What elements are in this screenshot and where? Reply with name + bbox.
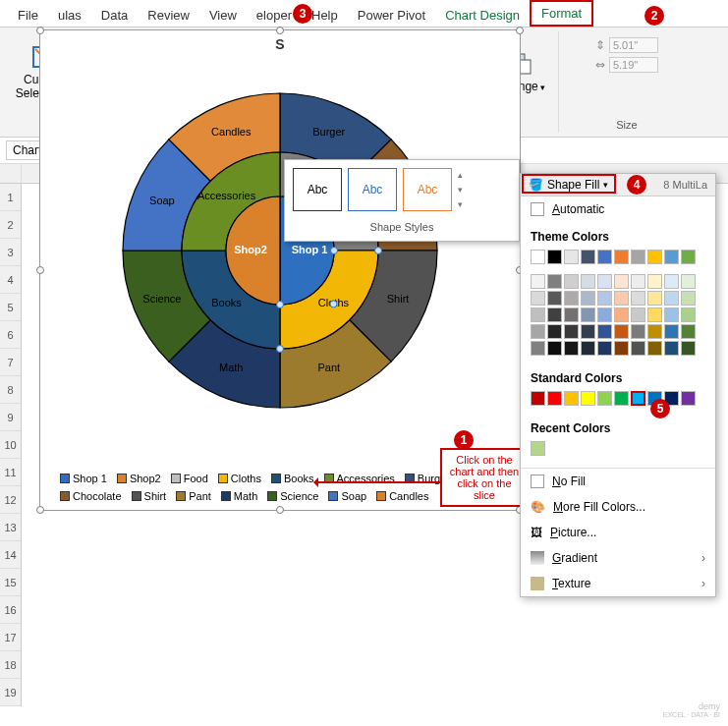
color-swatch[interactable] (681, 341, 696, 356)
color-swatch[interactable] (564, 274, 579, 289)
color-swatch[interactable] (531, 441, 545, 456)
tab-chart-design[interactable]: Chart Design (435, 4, 530, 27)
legend-item[interactable]: Books (271, 473, 314, 484)
row-header[interactable]: 11 (0, 459, 21, 486)
color-swatch[interactable] (581, 324, 595, 339)
row-header[interactable]: 13 (0, 514, 21, 541)
row-header[interactable]: 2 (0, 211, 21, 239)
row-header[interactable]: 1 (0, 184, 21, 211)
color-swatch[interactable] (664, 324, 679, 339)
color-swatch[interactable] (681, 250, 696, 264)
color-swatch[interactable] (531, 291, 545, 306)
color-swatch[interactable] (631, 307, 645, 322)
row-header[interactable]: 18 (0, 651, 21, 679)
color-swatch[interactable] (581, 341, 595, 356)
row-header[interactable]: 9 (0, 404, 21, 431)
tab-file[interactable]: File (8, 4, 48, 27)
row-header[interactable]: 14 (0, 541, 21, 569)
color-swatch[interactable] (564, 324, 579, 339)
no-fill-item[interactable]: No Fill (521, 469, 715, 494)
color-swatch[interactable] (647, 274, 662, 289)
row-header[interactable]: 10 (0, 431, 21, 459)
color-swatch[interactable] (614, 250, 629, 264)
color-swatch[interactable] (664, 291, 679, 306)
legend-item[interactable]: Soap (328, 490, 366, 502)
row-header[interactable]: 15 (0, 569, 21, 596)
style-preset[interactable]: Abc (293, 168, 342, 211)
color-swatch[interactable] (664, 307, 679, 322)
legend-item[interactable]: Cloths (218, 473, 261, 484)
color-swatch[interactable] (547, 391, 562, 406)
style-preset[interactable]: Abc (403, 168, 452, 211)
tab-formulas[interactable]: ulas (48, 4, 91, 27)
legend-item[interactable]: Shop2 (117, 473, 161, 484)
color-swatch[interactable] (647, 324, 662, 339)
legend-item[interactable]: Pant (176, 490, 211, 502)
chart-title[interactable]: S (40, 36, 520, 52)
color-swatch[interactable] (647, 291, 662, 306)
color-swatch[interactable] (614, 391, 629, 406)
color-swatch[interactable] (681, 391, 696, 406)
texture-item[interactable]: Texture (521, 571, 715, 596)
color-swatch[interactable] (564, 391, 579, 406)
color-swatch[interactable] (564, 341, 579, 356)
color-swatch[interactable] (547, 324, 562, 339)
color-swatch[interactable] (531, 250, 545, 264)
tab-view[interactable]: View (199, 4, 247, 27)
row-header[interactable]: 19 (0, 679, 21, 706)
color-swatch[interactable] (681, 307, 696, 322)
height-input[interactable] (609, 37, 658, 53)
color-swatch[interactable] (647, 341, 662, 356)
color-swatch[interactable] (631, 274, 645, 289)
width-input[interactable] (609, 57, 658, 73)
color-swatch[interactable] (564, 291, 579, 306)
row-header[interactable]: 4 (0, 266, 21, 294)
color-swatch[interactable] (531, 324, 545, 339)
tab-review[interactable]: Review (138, 4, 199, 27)
shape-fill-header[interactable]: 🪣 Shape Fill ▾ 8 MultiLa (521, 174, 715, 196)
color-swatch[interactable] (597, 307, 612, 322)
color-swatch[interactable] (564, 307, 579, 322)
color-swatch[interactable] (531, 307, 545, 322)
tab-format[interactable]: Format (530, 0, 593, 27)
color-swatch[interactable] (631, 291, 645, 306)
color-swatch[interactable] (664, 341, 679, 356)
legend-item[interactable]: Food (171, 473, 208, 484)
chart-object[interactable]: S BurgerChocolateShirtPantMathScienceSoa… (39, 29, 521, 511)
color-swatch[interactable] (614, 307, 629, 322)
tab-data[interactable]: Data (91, 4, 138, 27)
color-swatch[interactable] (631, 250, 645, 264)
color-swatch[interactable] (631, 341, 645, 356)
color-swatch[interactable] (597, 274, 612, 289)
color-swatch[interactable] (681, 324, 696, 339)
legend-item[interactable]: Shop 1 (60, 473, 107, 484)
color-swatch[interactable] (547, 307, 562, 322)
legend-item[interactable]: Chocolate (60, 490, 122, 502)
color-swatch[interactable] (581, 250, 595, 264)
row-header[interactable]: 16 (0, 596, 21, 624)
row-header[interactable]: 5 (0, 294, 21, 321)
color-swatch[interactable] (664, 274, 679, 289)
color-swatch[interactable] (547, 291, 562, 306)
color-swatch[interactable] (597, 250, 612, 264)
color-swatch[interactable] (647, 250, 662, 264)
color-swatch[interactable] (597, 341, 612, 356)
color-swatch[interactable] (614, 291, 629, 306)
row-header[interactable]: 7 (0, 349, 21, 376)
sunburst-chart[interactable]: BurgerChocolateShirtPantMathScienceSoapC… (113, 84, 447, 418)
color-swatch[interactable] (614, 274, 629, 289)
color-swatch[interactable] (531, 274, 545, 289)
legend-item[interactable]: Shirt (132, 490, 167, 502)
color-swatch[interactable] (564, 250, 579, 264)
gradient-item[interactable]: Gradient (521, 545, 715, 571)
color-swatch[interactable] (647, 307, 662, 322)
color-swatch[interactable] (664, 250, 679, 264)
legend-item[interactable]: Science (267, 490, 318, 502)
row-header[interactable]: 17 (0, 624, 21, 651)
color-swatch[interactable] (547, 274, 562, 289)
color-swatch[interactable] (597, 391, 612, 406)
row-header[interactable]: 12 (0, 486, 21, 514)
row-header[interactable]: 8 (0, 376, 21, 404)
automatic-item[interactable]: AAutomaticutomatic (521, 196, 715, 222)
color-swatch[interactable] (597, 291, 612, 306)
